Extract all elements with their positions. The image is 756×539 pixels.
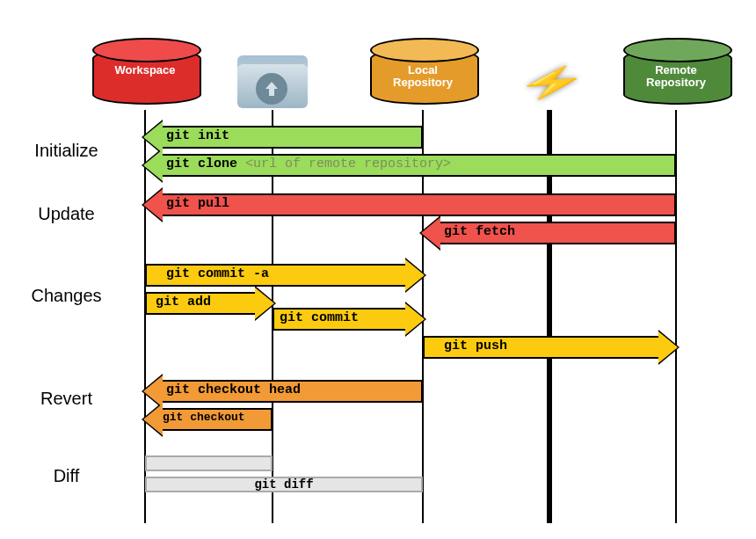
arrow-git-fetch: git fetch <box>423 222 676 244</box>
workspace-label: Workspace <box>92 64 198 76</box>
arrow-git-commit: git commit <box>273 308 423 331</box>
arrow-git-add: git add <box>145 292 273 315</box>
row-label-changes: Changes <box>16 286 117 306</box>
row-label-initialize: Initialize <box>16 141 117 161</box>
arrow-git-pull: git pull <box>145 193 676 216</box>
index-folder-icon <box>233 48 312 110</box>
cmd-git-checkout: git checkout <box>145 411 273 424</box>
git-data-transport-diagram: Workspace LocalRepository ⚡ RemoteReposi… <box>0 0 756 539</box>
cmd-git-push: git push <box>423 339 676 353</box>
arrow-git-checkout-head: git checkout head <box>145 380 423 403</box>
cmd-git-diff: git diff <box>147 477 421 492</box>
cmd-git-pull: git pull <box>145 196 676 211</box>
bar-git-diff: git diff <box>145 477 423 492</box>
upload-icon <box>256 73 287 105</box>
remote-repository-cylinder: RemoteRepository <box>623 48 729 110</box>
arrow-git-push: git push <box>423 336 676 359</box>
local-repository-cylinder: LocalRepository <box>370 48 476 110</box>
cmd-git-fetch: git fetch <box>423 224 676 239</box>
arrow-git-checkout: git checkout <box>145 408 273 431</box>
cmd-git-init: git init <box>145 128 423 143</box>
row-label-diff: Diff <box>16 466 117 486</box>
network-lightning-icon: ⚡ <box>507 63 596 102</box>
cmd-git-add: git add <box>145 295 273 310</box>
arrow-git-clone: git clone <url of remote repository> <box>145 154 676 177</box>
cmd-git-clone: git clone <url of remote repository> <box>145 157 676 171</box>
cmd-git-commit-a: git commit -a <box>145 266 423 281</box>
local-repository-label: LocalRepository <box>370 64 476 90</box>
arrow-git-init: git init <box>145 126 423 149</box>
cmd-git-commit: git commit <box>273 310 423 325</box>
bar-diff-workspace-index <box>145 455 273 471</box>
row-label-revert: Revert <box>16 389 117 409</box>
arrow-git-commit-a: git commit -a <box>145 264 423 287</box>
workspace-cylinder: Workspace <box>92 48 198 110</box>
remote-repository-label: RemoteRepository <box>623 64 729 90</box>
cmd-git-checkout-head: git checkout head <box>145 382 423 397</box>
row-label-update: Update <box>16 204 117 224</box>
